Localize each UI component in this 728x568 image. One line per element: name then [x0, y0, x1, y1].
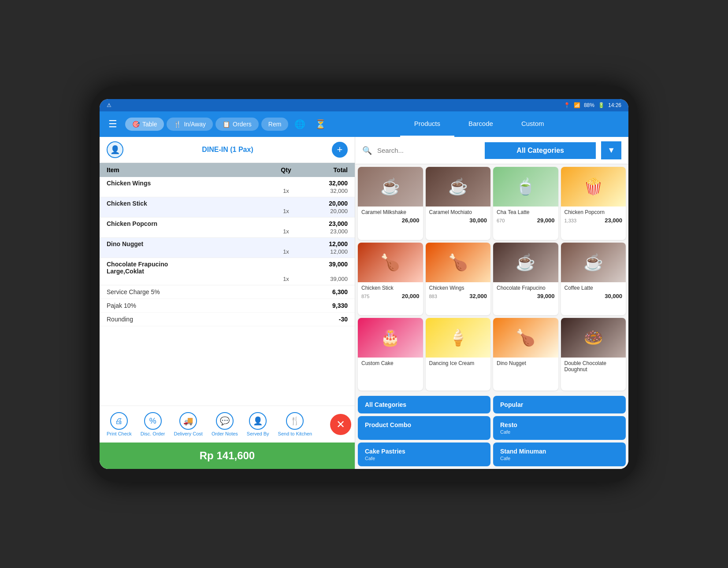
all-categories-label: All Categories	[485, 142, 596, 159]
order-row-chicken-wings[interactable]: Chicken Wings 32,000 1x 32,000	[100, 177, 355, 197]
tab-rem[interactable]: Rem	[261, 118, 289, 131]
main-content: 👤 DINE-IN (1 Pax) + Item Qty Total Chick…	[100, 137, 628, 469]
product-image-chicken-stick: 🍗	[358, 243, 423, 282]
served-by-button[interactable]: 👤 Served By	[243, 410, 273, 438]
search-icon: 🔍	[362, 146, 372, 155]
product-card-caramel-mochiato[interactable]: ☕ Caramel Mochiato 30,000	[426, 167, 491, 240]
filter-button[interactable]: ▼	[601, 141, 621, 159]
timer-button[interactable]: ⏳	[312, 115, 330, 133]
served-icon: 👤	[253, 416, 263, 426]
category-product-combo[interactable]: Product Combo	[358, 416, 490, 440]
battery-icon: 🔋	[598, 102, 605, 108]
tab-barcode[interactable]: Barcode	[454, 111, 507, 137]
add-item-button[interactable]: +	[332, 142, 348, 158]
product-card-dino-nugget[interactable]: 🍗 Dino Nugget	[493, 318, 558, 391]
category-cake-pastries[interactable]: Cake Pastries Cafe	[358, 443, 490, 466]
status-bar: ⚠ 📍 📶 88% 🔋 14:26	[100, 99, 628, 111]
product-card-dancing-ice-cream[interactable]: 🍦 Dancing Ice Cream	[426, 318, 491, 391]
globe-button[interactable]: 🌐	[291, 115, 309, 133]
discount-icon: %	[149, 417, 156, 426]
dine-in-label: DINE-IN (1 Pax)	[129, 146, 327, 154]
tab-table[interactable]: 🎯 Table	[125, 118, 164, 131]
charge-service: Service Charge 5% 6,300	[100, 285, 355, 299]
wifi-icon: 📶	[574, 102, 580, 108]
kitchen-icon: 🍴	[290, 416, 300, 426]
product-card-coffee-latte[interactable]: ☕ Coffee Latte 30,000	[561, 243, 626, 316]
product-card-chicken-popcorn[interactable]: 🍿 Chicken Popcorn 1,333 23,000	[561, 167, 626, 240]
tab-products[interactable]: Products	[400, 111, 454, 137]
product-image-double-choc-doughnut: 🍩	[561, 318, 626, 358]
categories-section: All Categories Popular Product Combo Res…	[355, 393, 628, 469]
print-check-button[interactable]: 🖨 Print Check	[103, 410, 135, 438]
product-card-chicken-stick[interactable]: 🍗 Chicken Stick 875 20,000	[358, 243, 423, 316]
tab-inaway[interactable]: 🍴 In/Away	[167, 118, 213, 131]
inaway-icon: 🍴	[174, 121, 181, 128]
cancel-order-button[interactable]: ✕	[330, 414, 351, 435]
charge-rounding: Rounding -30	[100, 313, 355, 326]
order-table: Item Qty Total Chicken Wings 32,000	[100, 163, 355, 406]
product-card-chocolate-frapucino[interactable]: ☕ Chocolate Frapucino 39,000	[493, 243, 558, 316]
tablet-frame: ⚠ 📍 📶 88% 🔋 14:26 ☰ 🎯 Table 🍴 In/Awa	[91, 86, 637, 482]
product-card-cha-tea-latte[interactable]: 🍵 Cha Tea Latte 670 29,000	[493, 167, 558, 240]
action-bar: 🖨 Print Check % Disc. Order 🚚 Delivery C…	[100, 406, 355, 443]
products-panel: 🔍 All Categories ▼ ☕ Caramel Milkshake	[355, 137, 628, 469]
charge-tax: Pajak 10% 9,330	[100, 299, 355, 313]
product-image-chicken-popcorn: 🍿	[561, 167, 626, 207]
total-amount: Rp 141,600	[200, 450, 255, 461]
table-icon: 🎯	[132, 121, 140, 128]
customer-avatar[interactable]: 👤	[107, 141, 123, 158]
tablet-screen: ⚠ 📍 📶 88% 🔋 14:26 ☰ 🎯 Table 🍴 In/Awa	[100, 99, 628, 469]
product-grid: ☕ Caramel Milkshake 26,000 ☕ Carame	[355, 164, 628, 393]
category-stand-minuman[interactable]: Stand Minuman Cafe	[493, 443, 626, 466]
category-resto[interactable]: Resto Cafe	[493, 416, 626, 440]
order-row-chicken-popcorn[interactable]: Chicken Popcorn 23,000 1x 23,000	[100, 218, 355, 238]
order-notes-button[interactable]: 💬 Order Notes	[208, 410, 241, 438]
product-image-dancing-ice-cream: 🍦	[426, 318, 491, 358]
tab-orders[interactable]: 📋 Orders	[215, 118, 259, 131]
notes-icon: 💬	[220, 416, 230, 426]
product-image-caramel-mochiato: ☕	[426, 167, 491, 207]
order-row-choc-frap[interactable]: Chocolate FrapucinoLarge,Coklat 39,000 1…	[100, 258, 355, 285]
product-card-chicken-wings[interactable]: 🍗 Chicken Wings 883 32,000	[426, 243, 491, 316]
order-header: 👤 DINE-IN (1 Pax) +	[100, 137, 355, 163]
filter-icon: ▼	[607, 146, 615, 155]
product-image-chocolate-frapucino: ☕	[493, 243, 558, 282]
category-all-categories[interactable]: All Categories	[358, 396, 490, 413]
send-kitchen-button[interactable]: 🍴 Send to Kitchen	[275, 410, 316, 438]
disc-order-button[interactable]: % Disc. Order	[137, 410, 169, 438]
product-image-cha-tea-latte: 🍵	[493, 167, 558, 207]
battery-text: 88%	[584, 102, 594, 108]
product-image-chicken-wings: 🍗	[426, 243, 491, 282]
product-image-dino-nugget: 🍗	[493, 318, 558, 358]
delivery-icon: 🚚	[183, 416, 193, 426]
product-image-coffee-latte: ☕	[561, 243, 626, 282]
time-text: 14:26	[608, 102, 621, 108]
product-image-caramel-milkshake: ☕	[358, 167, 423, 207]
cancel-icon: ✕	[336, 418, 345, 431]
print-icon: 🖨	[115, 417, 123, 426]
tab-custom[interactable]: Custom	[507, 111, 558, 137]
product-card-caramel-milkshake[interactable]: ☕ Caramel Milkshake 26,000	[358, 167, 423, 240]
product-image-custom-cake: 🎂	[358, 318, 423, 358]
product-card-custom-cake[interactable]: 🎂 Custom Cake	[358, 318, 423, 391]
menu-button[interactable]: ☰	[105, 115, 121, 133]
product-card-double-choc-doughnut[interactable]: 🍩 Double Chocolate Doughnut	[561, 318, 626, 391]
category-popular[interactable]: Popular	[493, 396, 626, 413]
table-header: Item Qty Total	[100, 163, 355, 177]
warning-icon: ⚠	[107, 102, 111, 108]
search-bar: 🔍 All Categories ▼	[355, 137, 628, 164]
order-row-chicken-stick[interactable]: Chicken Stick 20,000 1x 20,000	[100, 197, 355, 218]
order-panel: 👤 DINE-IN (1 Pax) + Item Qty Total Chick…	[100, 137, 355, 469]
location-icon: 📍	[564, 102, 570, 108]
orders-icon: 📋	[223, 121, 230, 128]
delivery-cost-button[interactable]: 🚚 Delivery Cost	[170, 410, 206, 438]
order-row-dino-nugget[interactable]: Dino Nugget 12,000 1x 12,000	[100, 238, 355, 258]
search-input[interactable]	[377, 147, 479, 154]
total-bar: Rp 141,600	[100, 443, 355, 469]
